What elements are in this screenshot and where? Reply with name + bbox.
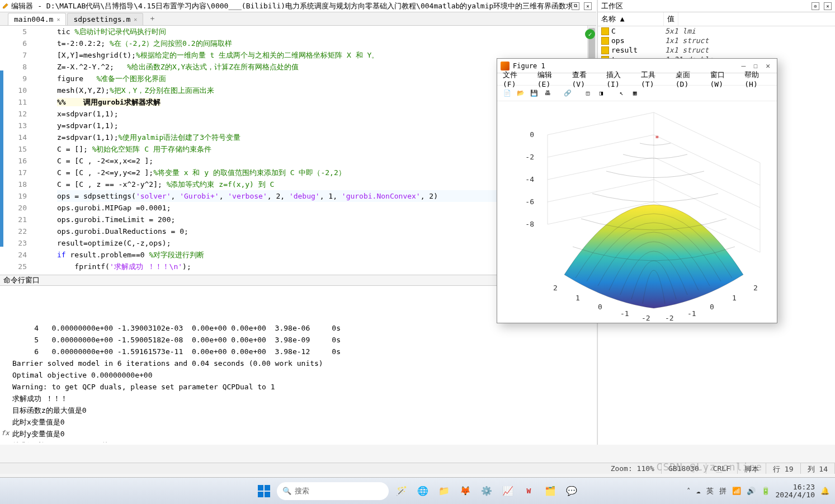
tab-sdpsettings[interactable]: sdpsettings.m✕ <box>67 13 143 25</box>
battery-icon[interactable]: 🔋 <box>761 487 770 495</box>
ws-expand-button[interactable]: ⊙ <box>812 2 819 10</box>
workspace-header[interactable]: 名称 ▲ 值 <box>598 12 835 26</box>
explorer-icon[interactable]: 📁 <box>436 483 452 500</box>
workspace-var[interactable]: ops1x1 struct <box>598 36 835 45</box>
figure-menu-item[interactable]: 编辑(E) <box>537 70 564 88</box>
figure-menu-bar: 文件(F)编辑(E)查看(V)插入(I)工具(T)桌面(D)窗口(W)帮助(H) <box>497 73 777 86</box>
app-icon[interactable]: 🗂️ <box>542 483 559 500</box>
status-zoom[interactable]: Zoom: 110% <box>604 463 662 474</box>
taskbar-search[interactable]: 🔍搜索 <box>277 482 389 500</box>
col-value[interactable]: 值 <box>664 12 678 26</box>
svg-text:-2: -2 <box>665 314 674 322</box>
watermark: CSDN @Lyz_online <box>657 461 762 473</box>
svg-rect-21 <box>265 492 270 497</box>
col-name[interactable]: 名称 ▲ <box>598 12 664 26</box>
figure-menu-item[interactable]: 窗口(W) <box>710 70 737 88</box>
figure-menu-item[interactable]: 插入(I) <box>606 70 633 88</box>
matlab-icon[interactable]: 📈 <box>499 483 516 500</box>
svg-text:-1: -1 <box>620 309 629 318</box>
tray-date: 2024/4/10 <box>776 491 815 499</box>
workspace-title: 工作区 <box>601 1 623 11</box>
restore-button[interactable]: ⧉ <box>572 2 579 10</box>
var-icon <box>601 27 609 35</box>
pencil-icon <box>2 2 9 10</box>
figure-menu-item[interactable]: 文件(F) <box>503 70 530 88</box>
figure-axes[interactable]: * 0 -2 -4 -6 -8 2 1 0 -1 -2 -2 -1 0 1 2 <box>497 101 777 323</box>
svg-text:1: 1 <box>732 294 737 302</box>
cursor-icon[interactable]: ↖ <box>616 88 627 99</box>
close-icon[interactable]: ✕ <box>134 16 137 22</box>
status-line: 行 19 <box>766 463 800 474</box>
svg-text:-6: -6 <box>525 197 534 206</box>
editor-tab-bar: main004.m✕ sdpsettings.m✕ ＋ <box>0 12 596 26</box>
start-button[interactable] <box>256 483 272 500</box>
figure-title: Figure 1 <box>513 62 545 70</box>
svg-text:-4: -4 <box>525 175 534 183</box>
section-marker <box>0 70 3 247</box>
tray-clock[interactable]: 16:23 2024/4/10 <box>776 483 815 499</box>
max-point-marker: * <box>655 134 659 142</box>
onedrive-icon[interactable]: ☁ <box>696 487 701 495</box>
close-button[interactable]: ✕ <box>584 2 592 10</box>
editor-title-bar: 编辑器 - D:\MATLAB代码\吕博指导\4.15日布置学习内容\0000_… <box>0 0 596 12</box>
figure-window[interactable]: Figure 1 — ☐ ✕ 文件(F)编辑(E)查看(V)插入(I)工具(T)… <box>497 58 777 323</box>
ime-lang[interactable]: 英 <box>706 486 714 496</box>
fx-icon[interactable]: fx <box>1 427 9 439</box>
workspace-var[interactable]: result1x1 struct <box>598 45 835 55</box>
tab-label: sdpsettings.m <box>73 15 130 23</box>
svg-text:2: 2 <box>753 284 758 292</box>
wifi-icon[interactable]: 📶 <box>732 487 741 495</box>
edge-icon[interactable]: 🌐 <box>414 483 431 500</box>
svg-text:-2: -2 <box>525 153 534 161</box>
save-icon[interactable]: 💾 <box>529 88 540 99</box>
notifications-icon[interactable]: 🔔 <box>820 487 829 495</box>
matlab-icon <box>501 62 510 70</box>
windows-taskbar[interactable]: 🔍搜索 🪄 🌐 📁 🦊 ⚙️ 📈 W 🗂️ 💬 ˄ ☁ 英 拼 📶 🔊 🔋 16… <box>0 477 835 504</box>
new-figure-icon[interactable]: 📄 <box>502 88 513 99</box>
system-tray[interactable]: ˄ ☁ 英 拼 📶 🔊 🔋 16:23 2024/4/10 🔔 <box>687 483 829 499</box>
svg-rect-18 <box>258 485 263 491</box>
svg-text:0: 0 <box>710 303 714 311</box>
var-icon <box>601 37 609 45</box>
close-icon[interactable]: ✕ <box>56 16 60 22</box>
maximize-button[interactable]: ☐ <box>753 62 758 70</box>
close-button[interactable]: ✕ <box>766 62 770 70</box>
figure-menu-item[interactable]: 工具(T) <box>641 70 668 88</box>
figure-menu-item[interactable]: 桌面(D) <box>676 70 702 88</box>
search-placeholder: 搜索 <box>295 486 309 496</box>
wechat-icon[interactable]: 💬 <box>563 483 580 500</box>
svg-rect-19 <box>265 485 270 491</box>
status-col: 列 14 <box>801 463 835 474</box>
dock2-icon[interactable]: ◨ <box>596 88 607 99</box>
search-icon: 🔍 <box>282 487 291 495</box>
figure-menu-item[interactable]: 帮助(H) <box>744 70 771 88</box>
svg-text:-2: -2 <box>641 314 650 322</box>
tray-chevron-icon[interactable]: ˄ <box>687 487 691 495</box>
svg-rect-20 <box>258 492 263 497</box>
firefox-icon[interactable]: 🦊 <box>457 483 474 500</box>
print-icon[interactable]: 🖶 <box>542 88 553 99</box>
settings-icon[interactable]: ⚙️ <box>478 483 495 500</box>
tray-time: 16:23 <box>776 483 815 491</box>
dock-icon[interactable]: ◫ <box>582 88 593 99</box>
ime-mode[interactable]: 拼 <box>719 486 727 496</box>
tab-main004[interactable]: main004.m✕ <box>8 13 66 25</box>
new-tab-button[interactable]: ＋ <box>144 12 161 25</box>
line-gutter: 5678910111213141516171819202122232425 <box>0 26 32 275</box>
workspace-var[interactable]: C5x1 lmi <box>598 26 835 36</box>
svg-text:0: 0 <box>598 303 602 311</box>
figure-menu-item[interactable]: 查看(V) <box>572 70 599 88</box>
link-icon[interactable]: 🔗 <box>562 88 573 99</box>
cmd-title-label: 命令行窗口 <box>3 275 40 285</box>
desktops-icon[interactable]: 🪄 <box>393 483 410 500</box>
ws-close-button[interactable]: ✕ <box>824 2 832 10</box>
wps-icon[interactable]: W <box>521 483 537 500</box>
minimize-button[interactable]: — <box>742 62 746 70</box>
svg-text:2: 2 <box>553 284 558 292</box>
svg-text:0: 0 <box>530 130 534 139</box>
tab-label: main004.m <box>14 15 53 23</box>
volume-icon[interactable]: 🔊 <box>747 487 756 495</box>
editor-title-prefix: 编辑器 - <box>11 2 46 10</box>
open-icon[interactable]: 📂 <box>515 88 526 99</box>
insert-icon[interactable]: ▦ <box>629 88 640 99</box>
